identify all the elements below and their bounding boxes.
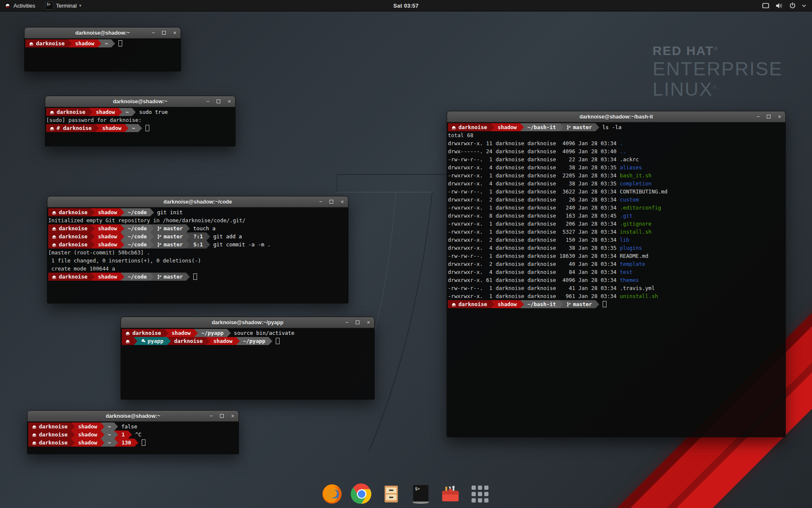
prompt-segment-path: ~/code bbox=[124, 240, 150, 248]
terminal-output-line: -rw-rw-r--. 1 darknoise darknoise 41 Jan… bbox=[448, 284, 785, 292]
minimize-button[interactable]: − bbox=[152, 30, 155, 36]
prompt-segment-git: master bbox=[563, 123, 595, 131]
clock[interactable]: Sat 03:57 bbox=[393, 3, 419, 9]
terminal-content[interactable]: darknoiseshadow~ sudo true[sudo] passwor… bbox=[45, 107, 235, 146]
top-bar: Activities $> Terminal ▾ Sat 03:57 bbox=[0, 0, 812, 11]
close-button[interactable]: × bbox=[340, 199, 344, 204]
prompt-segment-host: shadow bbox=[75, 439, 101, 447]
dock-item-terminal[interactable]: $> bbox=[409, 483, 432, 505]
powerline-arrow bbox=[138, 124, 142, 132]
dock-item-app-grid[interactable] bbox=[469, 483, 491, 505]
redhat-prompt-icon bbox=[49, 110, 55, 115]
prompt-segment-user: darknoise bbox=[28, 431, 71, 439]
terminal-output-line: total 68 bbox=[448, 131, 785, 139]
volume-icon bbox=[775, 3, 783, 9]
system-status-area[interactable] bbox=[762, 0, 812, 11]
prompt-segment-user: darknoise bbox=[46, 108, 89, 116]
maximize-button[interactable] bbox=[356, 320, 359, 324]
dock-item-firefox[interactable] bbox=[321, 483, 343, 505]
prompt-segment-path: ~/code bbox=[124, 232, 150, 240]
window-titlebar[interactable]: darknoise@shadow:~ − × bbox=[45, 96, 235, 107]
terminal-output-line: drwxrwxr-x. 2 darknoise darknoise 150 Ja… bbox=[448, 236, 785, 244]
dock-item-toolbox[interactable] bbox=[439, 483, 462, 505]
powerline-arrow bbox=[101, 422, 104, 431]
typed-command: ls -la bbox=[599, 124, 622, 130]
output-text: [sudo] password for darknoise: bbox=[46, 117, 142, 123]
ls-row-filename: .travis.yml bbox=[620, 285, 655, 291]
dock-item-file-manager[interactable] bbox=[380, 483, 403, 505]
window-titlebar[interactable]: darknoise@shadow:~ − × bbox=[25, 28, 181, 39]
chevron-down-icon: ▾ bbox=[79, 3, 81, 8]
close-button[interactable]: × bbox=[228, 99, 231, 104]
prompt-line: darknoiseshadow~/code git init bbox=[48, 208, 348, 216]
ls-row-filename: plugins bbox=[620, 245, 642, 251]
prompt-segment-git: master bbox=[154, 240, 186, 248]
window-titlebar[interactable]: darknoise@shadow:~/code − × bbox=[47, 196, 348, 207]
prompt-segment-user: darknoise bbox=[28, 439, 71, 447]
terminal-output-line: create mode 100644 a bbox=[48, 265, 348, 273]
prompt-segment-path: ~/bash-it bbox=[524, 123, 560, 131]
close-button[interactable]: × bbox=[231, 413, 234, 419]
close-button[interactable]: × bbox=[367, 320, 370, 325]
minimize-button[interactable]: − bbox=[346, 320, 349, 325]
window-titlebar[interactable]: darknoise@shadow:~/pyapp − × bbox=[121, 317, 374, 328]
terminal-output-line: -rwxrwxr-x. 1 darknoise darknoise 5327 J… bbox=[448, 228, 785, 236]
powerline-arrow bbox=[91, 240, 95, 248]
close-button[interactable]: × bbox=[173, 30, 176, 36]
powerline-arrow bbox=[101, 431, 104, 439]
terminal-content[interactable]: darknoiseshadow~/bash-itmaster ls -latot… bbox=[447, 122, 785, 437]
redhat-prompt-icon bbox=[125, 339, 130, 344]
powerline-arrow bbox=[114, 431, 118, 439]
prompt-segment-user: darknoise bbox=[171, 337, 206, 345]
terminal-app-icon: $> bbox=[45, 2, 53, 10]
maximize-button[interactable] bbox=[162, 31, 166, 35]
prompt-line: # darknoiseshadow~ bbox=[46, 124, 235, 132]
maximize-button[interactable] bbox=[220, 414, 224, 418]
powerline-arrow bbox=[71, 439, 75, 447]
window-title: darknoise@shadow:~/pyapp bbox=[212, 320, 284, 326]
redhat-prompt-icon bbox=[29, 41, 34, 46]
dock-item-chrome[interactable] bbox=[350, 483, 373, 505]
ls-row-meta: -rwxrwxr-x. 1 darknoise darknoise 961 Ja… bbox=[448, 293, 620, 299]
ls-row-filename: .git bbox=[620, 213, 632, 219]
app-menu-terminal[interactable]: $> Terminal ▾ bbox=[41, 0, 85, 11]
powerline-arrow bbox=[114, 439, 118, 447]
minimize-button[interactable]: − bbox=[206, 99, 210, 104]
powerline-arrow bbox=[186, 273, 190, 281]
prompt-segment-git: master bbox=[563, 300, 595, 308]
git-branch-icon bbox=[567, 301, 571, 307]
window-titlebar[interactable]: darknoise@shadow:~/bash-it − × bbox=[447, 111, 785, 122]
branding-linux: LINUX® bbox=[653, 80, 783, 99]
prompt-segment-git2: ?:1 bbox=[190, 232, 206, 240]
activities-button[interactable]: Activities bbox=[0, 0, 39, 11]
powerline-arrow bbox=[595, 300, 599, 308]
terminal-content[interactable]: darknoiseshadow~/code git initInitialize… bbox=[47, 207, 348, 303]
powerline-arrow bbox=[89, 108, 93, 116]
ls-row-filename: .ackrc bbox=[620, 156, 639, 163]
file-cabinet-icon bbox=[381, 483, 402, 505]
terminal-content[interactable]: darknoiseshadow~ bbox=[25, 39, 181, 71]
terminal-content[interactable]: darknoiseshadow~/pyapp source bin/activa… bbox=[121, 328, 374, 399]
close-button[interactable]: × bbox=[778, 114, 781, 119]
prompt-line: darknoiseshadow~/codemasterS:1 git commi… bbox=[48, 240, 348, 248]
minimize-button[interactable]: − bbox=[319, 199, 323, 204]
typed-command: source bin/activate bbox=[231, 330, 295, 336]
powerline-arrow bbox=[150, 208, 154, 216]
maximize-button[interactable] bbox=[217, 99, 220, 103]
maximize-button[interactable] bbox=[329, 200, 333, 204]
terminal-output-line: -rw-rw-r--. 1 darknoise darknoise 18630 … bbox=[448, 252, 785, 260]
rhel-branding: RED HAT® ENTERPRISE LINUX® bbox=[653, 44, 783, 99]
screen-icon bbox=[762, 3, 769, 9]
terminal-window-home-1: darknoise@shadow:~ − × darknoiseshadow~ bbox=[24, 27, 181, 72]
terminal-output-line: drwxrwxr-x. 4 darknoise darknoise 38 Jan… bbox=[448, 163, 785, 171]
terminal-output-line: drwxrwxr-x. 4 darknoise darknoise 84 Jan… bbox=[448, 268, 785, 276]
maximize-button[interactable] bbox=[767, 115, 771, 119]
window-titlebar[interactable]: darknoise@shadow:~ − × bbox=[27, 411, 239, 422]
minimize-button[interactable]: − bbox=[757, 114, 760, 119]
terminal-content[interactable]: darknoiseshadow~ falsedarknoiseshadow~1 … bbox=[27, 422, 239, 454]
powerline-arrow bbox=[150, 273, 154, 281]
minimize-button[interactable]: − bbox=[210, 413, 213, 419]
powerline-arrow bbox=[206, 337, 210, 345]
prompt-segment-path: ~/code bbox=[124, 224, 150, 232]
prompt-segment-host: shadow bbox=[210, 337, 236, 345]
